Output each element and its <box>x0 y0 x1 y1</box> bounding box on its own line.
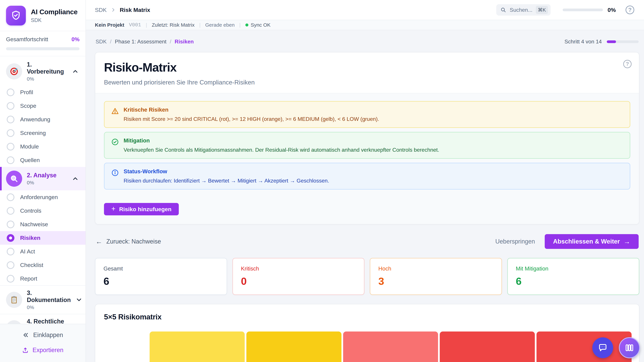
target-icon <box>6 63 22 79</box>
breadcrumb-root[interactable]: SDK <box>95 7 107 13</box>
sidebar-item-risiken[interactable]: Risiken <box>0 231 86 245</box>
floating-buttons <box>592 337 640 358</box>
export-label: Exportieren <box>32 347 64 354</box>
sidebar-section-vorbereitung[interactable]: 1. Vorbereitung 0% <box>0 57 86 85</box>
page-title: Risiko-Matrix <box>104 60 630 74</box>
radio-icon <box>7 156 14 164</box>
project-name: Kein Projekt <box>95 22 124 28</box>
sidebar-item-label: Anforderungen <box>20 194 58 200</box>
sidebar-item-nachweise[interactable]: Nachweise <box>0 218 86 231</box>
sidebar-item-screening[interactable]: Screening <box>0 126 86 140</box>
sidebar-item-scope[interactable]: Scope <box>0 99 86 113</box>
risk-card-body: Kritische Risiken Risiken mit Score >= 2… <box>95 93 639 224</box>
add-risk-button[interactable]: + Risiko hinzufuegen <box>104 203 179 215</box>
separator: / <box>110 38 112 45</box>
step-progress-track <box>607 40 639 43</box>
search-input[interactable]: Suchen... ⌘K <box>496 4 550 15</box>
arrow-right-icon: → <box>624 238 630 245</box>
stat-label: Gesamt <box>104 266 218 272</box>
chevron-down-icon <box>76 296 82 303</box>
alert-body: Risiken durchlaufen: Identifiziert → Bew… <box>124 177 329 184</box>
crumb-phase[interactable]: Phase 1: Assessment <box>115 38 166 45</box>
matrix-cell[interactable] <box>343 332 438 362</box>
add-risk-label: Risiko hinzufuegen <box>119 206 172 213</box>
finish-next-button[interactable]: Abschliessen & Weiter → <box>545 234 639 249</box>
radio-icon <box>7 143 14 150</box>
sidebar-item-label: Module <box>20 143 39 150</box>
radio-icon <box>7 248 14 255</box>
search-placeholder: Suchen... <box>510 7 532 13</box>
overall-progress-label: Gesamtfortschritt <box>6 36 48 42</box>
sidebar-item-checklist[interactable]: Checklist <box>0 258 86 272</box>
stat-card-gesamt: Gesamt 6 <box>95 258 227 295</box>
sidebar-item-ai-act[interactable]: AI Act <box>0 245 86 258</box>
matrix-cell[interactable] <box>246 332 342 362</box>
topbar: SDK Risk Matrix Suchen... ⌘K 0% ? <box>86 0 644 20</box>
sidebar-section-rechtliche-texte[interactable]: 4. Rechtliche Texte 0% <box>0 314 86 324</box>
status-bar: Kein Projekt V001 | Zuletzt: Risk Matrix… <box>86 20 644 30</box>
sidebar-item-anwendung[interactable]: Anwendung <box>0 113 86 126</box>
radio-icon <box>7 221 14 228</box>
wizard-nav: ← Zurueck: Nachweise Ueberspringen Absch… <box>96 234 639 249</box>
sidebar-item-label: Checklist <box>20 262 43 268</box>
stat-value: 6 <box>104 275 218 287</box>
topbar-progress-track <box>563 8 603 11</box>
chat-fab-button[interactable] <box>592 337 613 358</box>
section-progress: 0% <box>27 305 71 310</box>
app-title: AI Compliance <box>31 8 78 16</box>
sync-status: Sync OK <box>245 22 270 28</box>
search-icon <box>500 7 506 13</box>
version-badge: V001 <box>129 22 141 28</box>
alert-title: Mitigation <box>124 137 439 144</box>
step-label: Schritt 4 von 14 <box>564 38 602 45</box>
separator: | <box>239 22 241 28</box>
risk-matrix-card: Risiko-Matrix Bewerten und priorisieren … <box>95 52 639 224</box>
warning-triangle-icon <box>111 107 119 122</box>
radio-icon <box>7 129 14 137</box>
help-icon[interactable]: ? <box>623 60 632 68</box>
info-circle-icon <box>111 169 119 184</box>
sidebar-item-profil[interactable]: Profil <box>0 85 86 99</box>
sidebar-item-report[interactable]: Report <box>0 272 86 285</box>
radio-icon <box>7 116 14 123</box>
back-button[interactable]: ← Zurueck: Nachweise <box>96 238 161 245</box>
export-button[interactable]: Exportieren <box>22 347 64 354</box>
sync-ok-dot <box>245 23 248 26</box>
critical-risks-alert: Kritische Risiken Risiken mit Score >= 2… <box>104 101 630 128</box>
sidebar-item-anforderungen[interactable]: Anforderungen <box>0 190 86 204</box>
matrix-cell[interactable] <box>440 332 535 362</box>
sidebar-item-label: Scope <box>20 103 36 109</box>
page-breadcrumb: SDK / Phase 1: Assessment / Risiken Schr… <box>95 38 639 45</box>
stat-label: Hoch <box>378 266 494 272</box>
stat-value: 3 <box>378 275 494 287</box>
collapse-sidebar-button[interactable]: Einklappen <box>22 332 63 339</box>
sidebar-section-analyse[interactable]: 2. Analyse 0% <box>0 167 86 190</box>
radio-icon <box>7 261 14 269</box>
separator: | <box>199 22 200 28</box>
content: SDK / Phase 1: Assessment / Risiken Schr… <box>86 30 644 362</box>
stat-card-mit-mitigation: Mit Mitigation 6 <box>507 258 640 295</box>
separator: | <box>146 22 147 28</box>
overall-progress: Gesamtfortschritt 0% <box>0 31 86 56</box>
sidebar-item-module[interactable]: Module <box>0 140 86 153</box>
sidebar-item-controls[interactable]: Controls <box>0 204 86 218</box>
sidebar-item-label: Quellen <box>20 157 40 163</box>
upload-icon <box>22 347 28 353</box>
check-circle-icon <box>111 138 119 153</box>
alert-body: Risiken mit Score >= 20 sind CRITICAL (r… <box>124 116 379 122</box>
separator: / <box>170 38 171 45</box>
skip-button[interactable]: Ueberspringen <box>496 238 535 245</box>
board-columns-fab-button[interactable] <box>619 337 640 358</box>
sidebar-item-quellen[interactable]: Quellen <box>0 153 86 167</box>
crumb-sdk[interactable]: SDK <box>96 38 107 45</box>
radio-icon <box>7 102 14 110</box>
help-icon[interactable]: ? <box>626 5 634 14</box>
sidebar-item-label: Screening <box>20 130 46 136</box>
section-progress: 0% <box>27 180 56 186</box>
step-progress-fill <box>607 40 616 43</box>
shield-check-icon <box>6 6 26 25</box>
matrix-cell[interactable] <box>150 332 245 362</box>
sidebar-item-label: Profil <box>20 89 33 95</box>
sidebar-section-dokumentation[interactable]: 3. Dokumentation 0% <box>0 285 86 314</box>
overall-progress-value: 0% <box>72 36 80 42</box>
